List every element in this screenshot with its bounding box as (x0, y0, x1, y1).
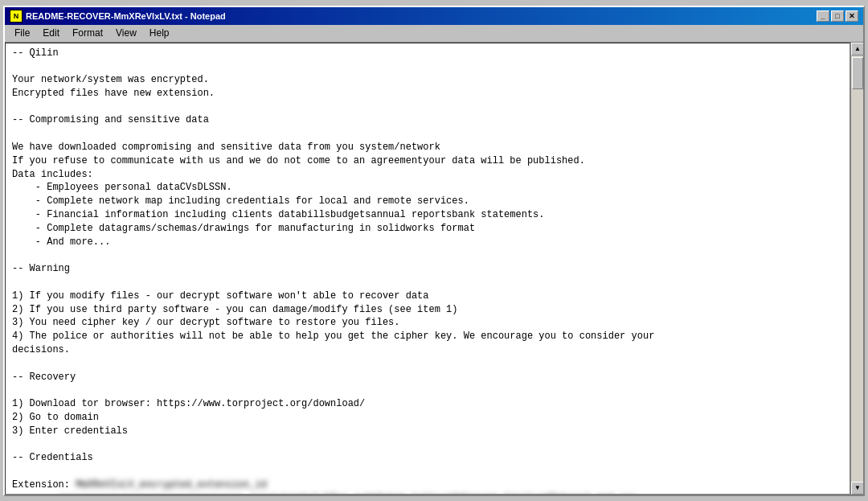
title-bar-left: N README-RECOVER-MmXReVIxLV.txt - Notepa… (10, 10, 226, 23)
window-title: README-RECOVER-MmXReVIxLV.txt - Notepad (26, 11, 226, 21)
content-area: -- Qilin Your network/system was encrypt… (5, 43, 863, 495)
text-content[interactable]: -- Qilin Your network/system was encrypt… (5, 43, 850, 495)
close-button[interactable]: ✕ (845, 10, 858, 22)
menu-edit[interactable]: Edit (36, 26, 66, 40)
scroll-up-button[interactable]: ▲ (851, 43, 863, 55)
domain-value: xxxxxxxxxxxxxxxxxxxxxxxxxxxxxxxx.onion/p… (59, 493, 637, 495)
menu-view[interactable]: View (109, 26, 143, 40)
maximize-button[interactable]: □ (831, 10, 844, 22)
domain-label: Domain: (12, 493, 59, 495)
minimize-button[interactable]: _ (817, 10, 829, 22)
extension-value: MmXReVIxLV_encrypted_extension_id (76, 479, 267, 491)
menu-file[interactable]: File (8, 26, 36, 40)
notepad-window: N README-RECOVER-MmXReVIxLV.txt - Notepa… (3, 6, 865, 496)
menu-format[interactable]: Format (66, 26, 109, 40)
title-bar: N README-RECOVER-MmXReVIxLV.txt - Notepa… (5, 7, 863, 25)
menu-bar: File Edit Format View Help (5, 25, 863, 43)
menu-help[interactable]: Help (143, 26, 176, 40)
scrollbar: ▲ ▼ (850, 43, 863, 495)
scroll-down-button[interactable]: ▼ (851, 482, 863, 495)
app-icon: N (10, 10, 23, 23)
line-qilin: -- Qilin Your network/system was encrypt… (12, 47, 654, 491)
title-controls: _ □ ✕ (817, 10, 858, 22)
scrollbar-thumb[interactable] (852, 57, 863, 89)
scrollbar-track[interactable] (851, 55, 863, 482)
